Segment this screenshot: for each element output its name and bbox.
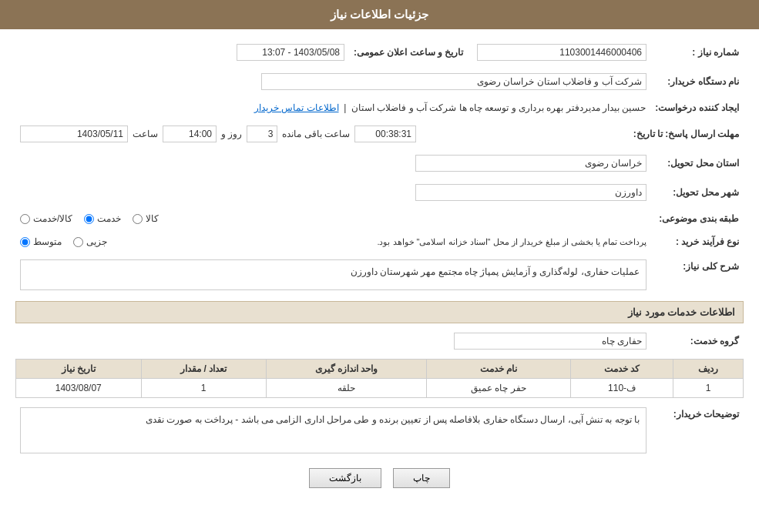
info-table-row8: نوع فرآیند خرید : متوسط جزیی	[15, 233, 744, 250]
info-table-row3: ایجاد کننده درخواست: حسین بیدار مدیردفتر…	[15, 99, 744, 116]
city-value-cell: داورزن	[15, 181, 651, 204]
category-option-kala[interactable]: کالا	[133, 213, 159, 224]
need-number-label: شماره نیاز :	[651, 41, 744, 64]
buyer-notes-label: توضیحات خریدار:	[651, 404, 744, 457]
col-header-row: ردیف	[673, 360, 744, 379]
response-date-label: مهلت ارسال پاسخ: تا تاریخ:	[629, 122, 744, 146]
response-date-value: 1403/05/11	[20, 125, 128, 142]
page-title: جزئیات اطلاعات نیاز	[331, 8, 428, 21]
purchase-type-value-cell: متوسط جزیی پرداخت تمام یا بخشی از مبلغ خ…	[15, 233, 651, 250]
services-table: ردیف کد خدمت نام خدمت واحد اندازه گیری ت…	[15, 359, 744, 398]
category-radio-kala-khadamat[interactable]	[20, 214, 30, 224]
category-option-khadamat[interactable]: خدمت	[84, 213, 121, 224]
col-header-unit: واحد اندازه گیری	[266, 360, 426, 379]
button-container: چاپ بازگشت	[15, 468, 744, 488]
response-remaining-value: 00:38:31	[354, 125, 416, 142]
province-value: خراسان رضوی	[415, 155, 646, 172]
date-value-cell: 1403/05/08 - 13:07	[15, 41, 349, 64]
date-value: 1403/05/08 - 13:07	[237, 44, 344, 61]
description-label: شرح کلی نیاز:	[651, 256, 744, 293]
info-table-row4: مهلت ارسال پاسخ: تا تاریخ: 1403/05/11 سا…	[15, 122, 744, 146]
purchase-type-radio-jozi[interactable]	[73, 237, 83, 247]
purchase-type-option-jozi[interactable]: جزیی	[73, 236, 107, 247]
table-cell-date: 1403/08/07	[16, 379, 142, 398]
category-option-kala-label: کالا	[146, 213, 159, 224]
page-container: جزئیات اطلاعات نیاز شماره نیاز : 1103001…	[0, 0, 759, 532]
purchase-type-motavaset-label: متوسط	[33, 236, 62, 247]
buyer-org-value: شرکت آب و فاضلاب استان خراسان رضوی	[261, 73, 646, 90]
purchase-type-label: نوع فرآیند خرید :	[651, 233, 744, 250]
info-table-row5: استان محل تحویل: خراسان رضوی	[15, 152, 744, 175]
info-table-row2: نام دستگاه خریدار: شرکت آب و فاضلاب استا…	[15, 70, 744, 93]
city-value: داورزن	[415, 184, 646, 201]
creator-label: ایجاد کننده درخواست:	[650, 99, 744, 116]
response-days-value: 3	[247, 125, 277, 142]
col-header-code: کد خدمت	[570, 360, 673, 379]
info-table-service-group: گروه خدمت: حفاری چاه	[15, 330, 744, 353]
category-label: طبقه بندی موضوعی:	[651, 210, 744, 227]
back-button[interactable]: بازگشت	[309, 468, 381, 488]
table-cell-row: 1	[673, 379, 744, 398]
category-option-kala-khadamat[interactable]: کالا/خدمت	[20, 213, 72, 224]
buyer-org-label: نام دستگاه خریدار:	[651, 70, 744, 93]
response-days-label: روز و	[221, 129, 242, 139]
info-table-notes: توضیحات خریدار: با توجه به تنش آبی، ارسا…	[15, 404, 744, 457]
creator-name: حسین بیدار مدیردفتر بهره برداری و توسعه …	[351, 102, 646, 113]
province-label: استان محل تحویل:	[651, 152, 744, 175]
col-header-date: تاریخ نیاز	[16, 360, 142, 379]
col-header-name: نام خدمت	[426, 360, 570, 379]
province-value-cell: خراسان رضوی	[15, 152, 651, 175]
info-table-row6: شهر محل تحویل: داورزن	[15, 181, 744, 204]
info-table-row1: شماره نیاز : 1103001446000406 تاریخ و سا…	[15, 41, 744, 64]
info-table-row7: طبقه بندی موضوعی: کالا/خدمت خدمت کالا	[15, 210, 744, 227]
page-header: جزئیات اطلاعات نیاز	[0, 0, 759, 29]
table-cell-quantity: 1	[141, 379, 266, 398]
need-number-value: 1103001446000406	[477, 44, 646, 61]
service-group-label: گروه خدمت:	[651, 330, 744, 353]
creator-value-cell: حسین بیدار مدیردفتر بهره برداری و توسعه …	[15, 99, 650, 116]
description-value: عملیات حفاری، لوله‌گذاری و آزمایش پمپاژ …	[20, 259, 646, 290]
main-content: شماره نیاز : 1103001446000406 تاریخ و سا…	[0, 29, 759, 507]
table-cell-code: ف-110	[570, 379, 673, 398]
category-radio-khadamat[interactable]	[84, 214, 94, 224]
purchase-type-option-motavaset[interactable]: متوسط	[20, 236, 62, 247]
category-option-khadamat-label: خدمت	[97, 213, 121, 224]
col-header-qty: تعداد / مقدار	[141, 360, 266, 379]
response-time-label: ساعت	[133, 129, 158, 139]
table-row: 1ف-110حفر چاه عمیقحلقه11403/08/07	[16, 379, 744, 398]
category-value-cell: کالا/خدمت خدمت کالا	[15, 210, 651, 227]
category-radio-kala[interactable]	[133, 214, 143, 224]
description-value-cell: عملیات حفاری، لوله‌گذاری و آزمایش پمپاژ …	[15, 256, 651, 293]
city-label: شهر محل تحویل:	[651, 181, 744, 204]
response-remaining-label: ساعت باقی مانده	[282, 129, 350, 139]
category-option-kala-khadamat-label: کالا/خدمت	[33, 213, 72, 224]
service-group-value: حفاری چاه	[454, 333, 646, 350]
purchase-type-jozi-label: جزیی	[86, 236, 107, 247]
services-section-title: اطلاعات خدمات مورد نیاز	[15, 301, 744, 323]
table-cell-name: حفر چاه عمیق	[426, 379, 570, 398]
date-label: تاریخ و ساعت اعلان عمومی:	[349, 41, 472, 64]
buyer-org-value-cell: شرکت آب و فاضلاب استان خراسان رضوی	[15, 70, 651, 93]
buyer-notes-value: با توجه به تنش آبی، ارسال دستگاه حفاری ب…	[20, 407, 646, 453]
response-date-value-cell: 1403/05/11 ساعت 14:00 روز و 3 ساعت باقی …	[15, 122, 629, 146]
need-number-value-cell: 1103001446000406	[472, 41, 651, 64]
purchase-type-note: پرداخت تمام یا بخشی از مبلغ خریدار از مح…	[377, 237, 646, 246]
response-time-value: 14:00	[163, 125, 217, 142]
buyer-notes-value-cell: با توجه به تنش آبی، ارسال دستگاه حفاری ب…	[15, 404, 651, 457]
info-table-description: شرح کلی نیاز: عملیات حفاری، لوله‌گذاری و…	[15, 256, 744, 293]
table-cell-unit: حلقه	[266, 379, 426, 398]
service-group-value-cell: حفاری چاه	[15, 330, 651, 353]
purchase-type-radio-motavaset[interactable]	[20, 237, 30, 247]
print-button[interactable]: چاپ	[393, 468, 450, 488]
creator-link[interactable]: اطلاعات تماس خریدار	[254, 102, 339, 113]
